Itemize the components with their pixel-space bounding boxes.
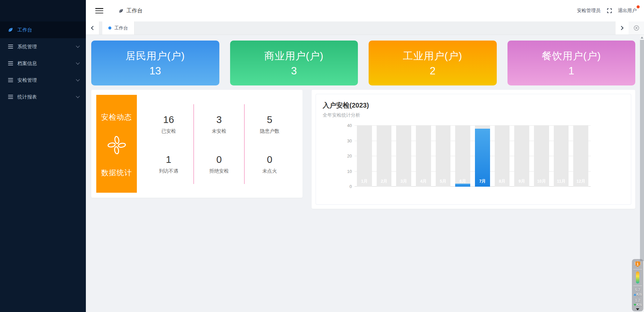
download-speed: 1.2 K/s: [634, 298, 642, 307]
sidebar-item-label: 安检管理: [17, 77, 76, 83]
topbar: 工作台 安检管理员 退出用户: [86, 0, 644, 21]
chart-xtick-label: 11月: [551, 179, 571, 184]
chart-xtick-label: 6月: [453, 179, 473, 184]
tabs-scroll-left-button[interactable]: [86, 21, 99, 35]
hamburger-menu-icon[interactable]: [95, 8, 103, 13]
chart-background-bar: [416, 126, 431, 187]
sidebar-item-label: 统计报表: [17, 94, 76, 100]
safety-stat-label: 未安检: [212, 128, 226, 134]
safety-stat-5: 0未点火: [245, 144, 295, 184]
chart-bar[interactable]: [475, 129, 490, 187]
chart-ytick-label: 30: [340, 139, 352, 143]
chevron-down-icon: [76, 61, 79, 64]
safety-stat-value: 5: [267, 114, 272, 125]
tab-workbench[interactable]: 工作台: [102, 21, 135, 35]
content-area: 居民用户(户)13商业用户(户)3工业用户(户)2餐饮用户(户)1 安检动态: [86, 35, 644, 312]
download-speed-value: 1.2: [635, 298, 640, 303]
leaf-icon: [118, 8, 124, 14]
sidebar-logo-area: [0, 0, 86, 21]
network-monitor-widget[interactable]: 1 5.7 K/s 1.2 K/s: [632, 259, 643, 311]
chart-xtick-label: 9月: [512, 179, 532, 184]
stat-card-2[interactable]: 工业用户(户)2: [369, 41, 497, 85]
sidebar-item-label: 档案信息: [17, 60, 76, 67]
logout-button[interactable]: 退出用户: [618, 8, 637, 14]
breadcrumb: 工作台: [118, 7, 143, 14]
chart-background-bar: [554, 126, 569, 187]
chart-xtick-label: 8月: [492, 179, 512, 184]
chevron-left-icon: [91, 26, 95, 30]
safety-side-title-bottom: 数据统计: [101, 168, 132, 178]
tab-strip: 工作台: [99, 21, 615, 35]
chart-background-bar: [495, 126, 510, 187]
chart-background-bar: [436, 126, 451, 187]
chart-xtick-label: 12月: [571, 179, 591, 184]
chart-slot-2月: 2月: [374, 126, 394, 187]
close-circle-icon: [633, 25, 640, 31]
stat-card-title: 工业用户(户): [403, 49, 462, 63]
safety-stat-label: 隐患户数: [260, 128, 279, 134]
safety-stat-value: 1: [166, 154, 171, 165]
chart-xtick-label: 5月: [433, 179, 453, 184]
safety-stats-grid: 16已安检3未安检5隐患户数1到访不遇0拒绝安检0未点火: [137, 95, 298, 193]
chart-slot-9月: 9月: [512, 126, 532, 187]
chart-xtick-label: 1月: [355, 179, 374, 184]
chart-slot-8月: 8月: [492, 126, 512, 187]
widget-divider: [633, 286, 642, 286]
chart-background-bar: [534, 126, 549, 187]
scrollbar-thumb[interactable]: [640, 40, 644, 261]
sidebar-item-2[interactable]: 档案信息: [0, 55, 86, 72]
chart-slot-7月: 7月: [473, 126, 492, 187]
chevron-down-icon: [76, 94, 79, 98]
sidebar-item-label: 工作台: [17, 27, 79, 33]
safety-stat-value: 3: [216, 114, 222, 125]
notification-dot: [637, 5, 640, 8]
stat-card-0[interactable]: 居民用户(户)13: [91, 41, 219, 85]
safety-stat-1: 3未安检: [194, 104, 244, 144]
stat-card-1[interactable]: 商业用户(户)3: [230, 41, 358, 85]
stat-cards-row: 居民用户(户)13商业用户(户)3工业用户(户)2餐饮用户(户)1: [91, 41, 635, 85]
fullscreen-icon[interactable]: [606, 8, 612, 14]
menu-lines-icon: [7, 94, 13, 100]
chart-background-bar: [455, 126, 470, 187]
breadcrumb-label: 工作台: [126, 7, 143, 14]
safety-stat-label: 到访不遇: [159, 168, 178, 174]
scrollbar-up-arrow-icon[interactable]: [641, 37, 643, 39]
chart-title: 入户安检(2023): [323, 101, 624, 110]
sidebar-item-4[interactable]: 统计报表: [0, 88, 86, 105]
chart-plot-wrap: 0102030401月2月3月4月5月6月7月8月9月10月11月12月: [355, 126, 591, 187]
stat-card-3[interactable]: 餐饮用户(户)1: [507, 41, 636, 85]
stat-card-value: 2: [430, 65, 435, 77]
chart-panel: 入户安检(2023) 全年安检统计分析 0102030401月2月3月4月5月6…: [312, 90, 635, 209]
upload-speed-value: 5.7: [635, 288, 640, 292]
tabs-close-button[interactable]: [629, 21, 644, 35]
sidebar-item-1[interactable]: 系统管理: [0, 38, 86, 55]
shield-badge-icon[interactable]: 1: [635, 261, 641, 267]
sidebar-item-0[interactable]: 工作台: [0, 21, 86, 38]
stat-card-value: 1: [569, 65, 574, 77]
chevron-right-icon: [619, 26, 624, 30]
safety-side-title-top: 安检动态: [101, 112, 132, 122]
widget-divider: [633, 269, 642, 269]
chart-slot-12月: 12月: [571, 126, 591, 187]
safety-stat-3: 1到访不遇: [144, 144, 194, 184]
safety-summary-panel: 安检动态 数据统计 16已安检3未安检5隐患户数1到访不遇0拒绝安检0未点火: [91, 90, 303, 198]
tabs-scroll-right-button[interactable]: [615, 21, 629, 35]
stat-card-title: 商业用户(户): [264, 49, 324, 63]
stat-card-title: 居民用户(户): [125, 49, 185, 63]
shield-badge-count: 1: [637, 262, 639, 266]
menu-lines-icon: [7, 44, 13, 50]
sidebar-item-3[interactable]: 安检管理: [0, 72, 86, 88]
tab-active-dot: [108, 26, 111, 29]
pinwheel-icon: [106, 135, 127, 155]
thermometer-gauge-icon: [636, 271, 639, 284]
chart-slot-10月: 10月: [532, 126, 551, 187]
chart-inner: 入户安检(2023) 全年安检统计分析 0102030401月2月3月4月5月6…: [316, 94, 631, 205]
sidebar-menu: 工作台系统管理档案信息安检管理统计报表: [0, 21, 86, 105]
widget-collapse-caret-icon[interactable]: [636, 308, 639, 310]
chevron-down-icon: [76, 77, 79, 81]
safety-stat-label: 拒绝安检: [209, 168, 229, 174]
safety-stat-0: 16已安检: [144, 104, 194, 144]
download-speed-unit: K/s: [637, 303, 642, 307]
safety-stat-2: 5隐患户数: [245, 104, 295, 144]
chart-xtick-label: 10月: [532, 179, 551, 184]
